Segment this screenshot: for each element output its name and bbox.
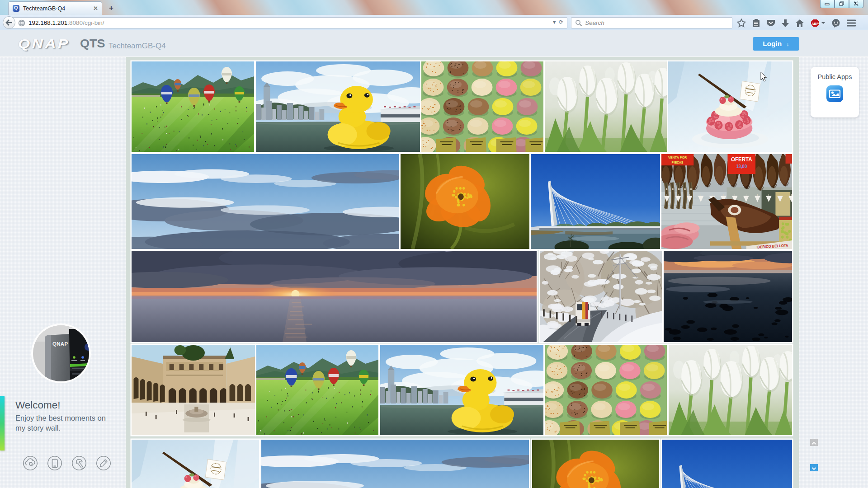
svg-text:QNAP: QNAP [52, 341, 68, 347]
svg-text:ABP: ABP [811, 22, 819, 26]
